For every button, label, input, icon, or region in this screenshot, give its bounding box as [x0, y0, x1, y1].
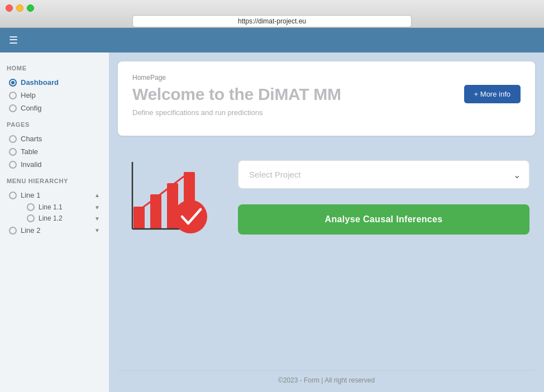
sidebar-label-dashboard: Dashboard: [21, 78, 59, 87]
chevron-down-icon-line11: ▼: [94, 204, 100, 211]
sidebar: HOME Dashboard Help Config PAGES Charts …: [0, 52, 109, 392]
sidebar-section-pages: PAGES: [7, 121, 102, 128]
sidebar-item-help[interactable]: Help: [7, 89, 102, 102]
sidebar-section-menu-hierarchy: MENU HIERARCHY: [7, 178, 102, 184]
sidebar-item-line12[interactable]: Line 1.2 ▼: [7, 213, 102, 224]
sidebar-item-charts[interactable]: Charts: [7, 132, 102, 145]
analyse-button[interactable]: Analyse Causal Inferences: [238, 204, 529, 235]
top-nav-bar: ☰: [0, 28, 544, 52]
browser-chrome: https://dimat-project.eu: [0, 0, 544, 28]
select-project-wrapper: ⌄ Select Project: [238, 160, 529, 189]
traffic-lights: [6, 4, 538, 12]
analytics-svg-icon: [128, 156, 217, 237]
chevron-down-icon-line2: ▼: [94, 227, 100, 233]
sidebar-section-home: HOME: [7, 65, 102, 71]
sidebar-label-line11: Line 1.1: [39, 203, 63, 211]
address-bar: https://dimat-project.eu: [6, 15, 538, 27]
chevron-up-icon: ▲: [94, 192, 100, 198]
sidebar-radio-table: [9, 148, 17, 156]
sidebar-label-charts: Charts: [21, 135, 42, 143]
sidebar-radio-invalid: [9, 161, 17, 169]
sidebar-radio-line1: [9, 192, 17, 199]
sidebar-radio-help: [9, 92, 17, 99]
svg-rect-1: [150, 194, 161, 229]
page-subtitle: Define specifications and run prediction…: [132, 108, 521, 117]
select-project-dropdown[interactable]: [238, 160, 529, 189]
sidebar-radio-line2: [9, 227, 17, 235]
main-layout: HOME Dashboard Help Config PAGES Charts …: [0, 52, 544, 392]
sidebar-item-line1[interactable]: Line 1 ▲: [7, 189, 102, 202]
welcome-card: HomePage + More info Welcome to the DiMA…: [118, 61, 535, 136]
sidebar-item-line11[interactable]: Line 1.1 ▼: [7, 202, 102, 213]
sidebar-radio-config: [9, 104, 17, 112]
chevron-down-icon-line12: ▼: [94, 216, 100, 222]
sidebar-label-invalid: Invalid: [21, 160, 42, 169]
sidebar-radio-dashboard: [9, 79, 17, 87]
maximize-window-button[interactable]: [27, 4, 34, 12]
close-window-button[interactable]: [6, 4, 13, 12]
sidebar-item-table[interactable]: Table: [7, 145, 102, 158]
content-area: HomePage + More info Welcome to the DiMA…: [109, 52, 544, 392]
footer-text: ©2023 - Form | All right reserved: [278, 376, 375, 384]
minimize-window-button[interactable]: [16, 4, 23, 12]
sidebar-radio-line12: [27, 214, 35, 222]
sidebar-item-invalid[interactable]: Invalid: [7, 158, 102, 171]
svg-point-7: [174, 200, 207, 233]
chart-illustration: [123, 155, 221, 238]
sidebar-label-line1: Line 1: [21, 191, 40, 199]
sidebar-item-line2[interactable]: Line 2 ▼: [7, 224, 102, 237]
sidebar-label-table: Table: [21, 147, 38, 156]
footer: ©2023 - Form | All right reserved: [118, 370, 535, 390]
sidebar-label-help: Help: [21, 91, 36, 99]
more-info-button[interactable]: + More info: [464, 85, 521, 103]
hamburger-menu-button[interactable]: ☰: [9, 34, 18, 46]
page-title: Welcome to the DiMAT MM: [132, 85, 521, 104]
sidebar-item-dashboard[interactable]: Dashboard: [7, 76, 102, 89]
sidebar-label-line12: Line 1.2: [39, 214, 63, 222]
right-panel: ⌄ Select Project Analyse Causal Inferenc…: [238, 155, 529, 235]
sidebar-label-line2: Line 2: [21, 226, 40, 235]
sidebar-label-config: Config: [21, 104, 42, 112]
interaction-area: ⌄ Select Project Analyse Causal Inferenc…: [118, 144, 535, 362]
sidebar-radio-charts: [9, 135, 17, 143]
sidebar-item-config[interactable]: Config: [7, 102, 102, 114]
breadcrumb: HomePage: [132, 74, 521, 82]
sidebar-radio-line11: [27, 203, 35, 211]
url-display[interactable]: https://dimat-project.eu: [132, 15, 412, 27]
